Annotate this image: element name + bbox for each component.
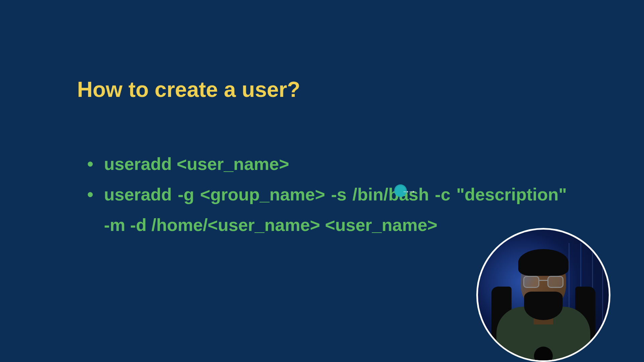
webcam-scene xyxy=(478,230,609,360)
slide-content: How to create a user? useradd <user_name… xyxy=(0,0,644,240)
bullet-list: useradd <user_name> useradd -g <group_na… xyxy=(77,149,567,240)
presenter-webcam xyxy=(476,228,610,362)
bullet-item: useradd -g <group_name> -s /bin/bash -c … xyxy=(87,179,567,240)
presenter-figure xyxy=(496,240,590,360)
slide-title: How to create a user? xyxy=(77,77,567,102)
bullet-item: useradd <user_name> xyxy=(87,149,567,179)
cursor-arrows-icon: →→ xyxy=(402,187,414,196)
